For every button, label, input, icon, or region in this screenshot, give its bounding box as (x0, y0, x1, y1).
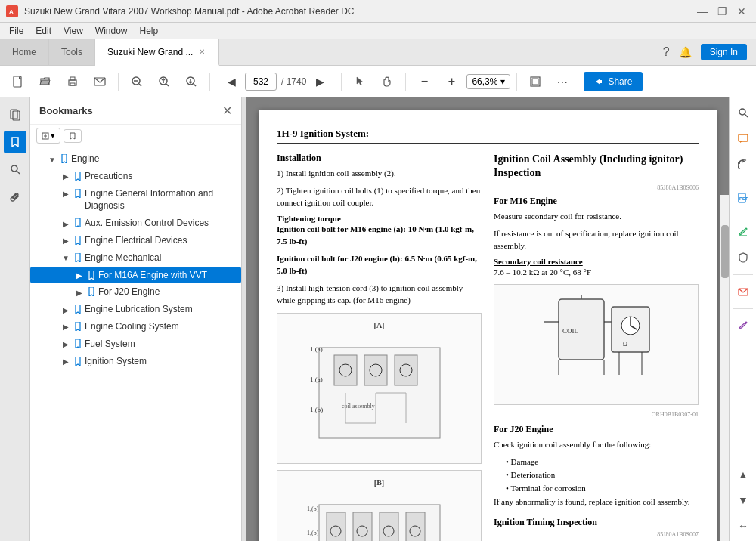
bookmark-item-fuel[interactable]: ▶ Fuel System (30, 335, 241, 353)
sidebar-icon-attachments[interactable] (4, 185, 26, 208)
open-button[interactable] (33, 70, 57, 94)
pdf-area[interactable]: 1H-9 Ignition System: Installation 1) In… (246, 97, 729, 541)
menu-bar: File Edit View Window Help (0, 23, 756, 39)
scrollbar-track[interactable] (720, 195, 729, 541)
zoom-plus-button[interactable]: + (439, 70, 463, 94)
rt-search-button[interactable] (731, 100, 755, 125)
menu-edit[interactable]: Edit (29, 24, 57, 38)
tab-document[interactable]: Suzuki New Grand ... ✕ (95, 39, 219, 66)
bookmark-item-j20[interactable]: ▶ For J20 Engine (30, 283, 241, 301)
svg-rect-64 (739, 134, 748, 141)
zoom-value: 66,3% (472, 76, 497, 87)
rt-send-button[interactable] (731, 280, 755, 304)
bookmark-item-cooling[interactable]: ▶ Engine Cooling System (30, 318, 241, 335)
expand-cooling-icon[interactable]: ▶ (60, 322, 71, 332)
help-icon[interactable]: ? (663, 45, 670, 59)
svg-text:Ω: Ω (623, 341, 627, 348)
zoom-minus-button[interactable]: − (412, 70, 436, 94)
title-bar: A Suzuki New Grand Vitara 2007 Workshop … (0, 0, 756, 23)
step2-text: 2) Tighten ignition coil bolts (1) to sp… (277, 184, 482, 209)
fit-page-button[interactable] (523, 70, 547, 94)
bookmark-item-engine[interactable]: ▼ Engine (30, 150, 241, 168)
pdf-right-column: Ignition Coil Assembly (Including ignito… (494, 153, 699, 541)
coil-diagram: COIL Ω (494, 284, 699, 405)
cursor-tool-button[interactable] (348, 70, 372, 94)
bookmark-item-mechanical[interactable]: ▼ Engine Mechanical (30, 249, 241, 267)
zoom-out-button[interactable] (125, 70, 149, 94)
rt-expand-button[interactable]: ↔ (731, 514, 755, 538)
bookmark-item-m16a[interactable]: ▶ For M16A Engine with VVT (30, 267, 241, 284)
svg-text:1,(b): 1,(b) (307, 530, 319, 536)
minimize-button[interactable]: — (694, 3, 711, 20)
bookmark-item-engine-general[interactable]: ▶ Engine General Information and Diagnos… (30, 185, 241, 215)
svg-text:1,(b): 1,(b) (310, 406, 323, 413)
sign-in-button[interactable]: Sign In (701, 44, 747, 60)
download-button[interactable] (179, 70, 203, 94)
rt-fill-sign-button[interactable] (731, 220, 755, 244)
sidebar-icon-pages[interactable] (4, 104, 26, 126)
hand-tool-button[interactable] (375, 70, 399, 94)
page-number-input[interactable] (245, 73, 277, 91)
diagram-b: [B] 1,(b) 1,(b) 1,(b) (277, 470, 482, 542)
close-button[interactable]: ✕ (733, 3, 750, 20)
share-button[interactable]: Share (584, 72, 643, 91)
step1-text: 1) Install ignition coil assembly (2). (277, 167, 482, 180)
expand-electrical-icon[interactable]: ▶ (60, 236, 71, 246)
expand-lubrication-icon[interactable]: ▶ (60, 305, 71, 315)
bookmark-item-precautions[interactable]: ▶ Precautions (30, 168, 241, 185)
bookmarks-title: Bookmarks (39, 105, 93, 116)
expand-engine-icon[interactable]: ▼ (47, 154, 57, 165)
expand-mechanical-icon[interactable]: ▼ (60, 253, 71, 264)
tab-home[interactable]: Home (0, 39, 49, 65)
scrollbar-thumb[interactable] (721, 225, 729, 278)
expand-m16a-icon[interactable]: ▶ (74, 270, 85, 281)
sidebar-icon-bookmarks[interactable] (4, 131, 26, 153)
rt-separator-2 (733, 215, 753, 215)
tab-tools[interactable]: Tools (49, 39, 95, 65)
right-heading: Ignition Coil Assembly (Including ignito… (494, 153, 699, 180)
bullet-damage: Damage Deterioration Terminal for corros… (494, 456, 699, 496)
more-tools-button[interactable]: ··· (550, 70, 575, 94)
expand-ignition-icon[interactable]: ▶ (60, 357, 71, 367)
bookmark-item-lubrication[interactable]: ▶ Engine Lubrication System (30, 301, 241, 318)
bookmark-item-aux[interactable]: ▶ Aux. Emission Control Devices (30, 215, 241, 232)
pdf-section-title: 1H-9 Ignition System: (277, 128, 699, 144)
bookmarks-close-button[interactable]: ✕ (222, 104, 232, 118)
zoom-display[interactable]: 66,3% ▾ (466, 74, 510, 89)
damage-item: Damage (506, 456, 699, 469)
bell-icon[interactable]: 🔔 (679, 46, 692, 58)
svg-text:1,(a): 1,(a) (310, 345, 323, 353)
expand-aux-icon[interactable]: ▶ (60, 218, 71, 229)
menu-file[interactable]: File (3, 24, 29, 38)
svg-line-15 (194, 84, 196, 86)
prev-page-button[interactable]: ◀ (222, 73, 240, 91)
rt-rotate-button[interactable] (731, 152, 755, 176)
expand-j20-icon[interactable]: ▶ (74, 287, 85, 298)
next-page-button[interactable]: ▶ (311, 73, 329, 91)
expand-engine-general-icon[interactable]: ▶ (60, 189, 71, 199)
menu-view[interactable]: View (57, 24, 89, 38)
expand-fuel-icon[interactable]: ▶ (60, 339, 71, 350)
tab-close-button[interactable]: ✕ (197, 46, 206, 57)
menu-help[interactable]: Help (134, 24, 165, 38)
bookmark-item-electrical[interactable]: ▶ Engine Electrical Devices (30, 232, 241, 249)
expand-precautions-icon[interactable]: ▶ (60, 172, 71, 182)
bookmark-page-button[interactable] (64, 129, 82, 143)
rt-scroll-down-button[interactable]: ▼ (731, 488, 755, 512)
expand-all-button[interactable]: ▾ (36, 128, 60, 144)
print-button[interactable] (60, 70, 85, 94)
bookmark-item-ignition[interactable]: ▶ Ignition System (30, 353, 241, 370)
new-document-button[interactable] (6, 70, 30, 94)
bookmarks-toolbar: ▾ (30, 125, 241, 147)
email-button[interactable] (88, 70, 112, 94)
sidebar-icon-search[interactable] (4, 158, 26, 181)
rt-protect-button[interactable] (731, 246, 755, 270)
upload-button[interactable] (152, 70, 176, 94)
maximize-button[interactable]: ❐ (714, 3, 730, 20)
menu-window[interactable]: Window (89, 24, 134, 38)
rt-comment-button[interactable] (731, 126, 755, 150)
rt-export-pdf-button[interactable]: PDF (731, 186, 755, 210)
rt-scroll-up-button[interactable]: ▲ (731, 462, 755, 487)
fuel-label: Fuel System (85, 338, 135, 351)
rt-edit-button[interactable] (731, 314, 755, 338)
